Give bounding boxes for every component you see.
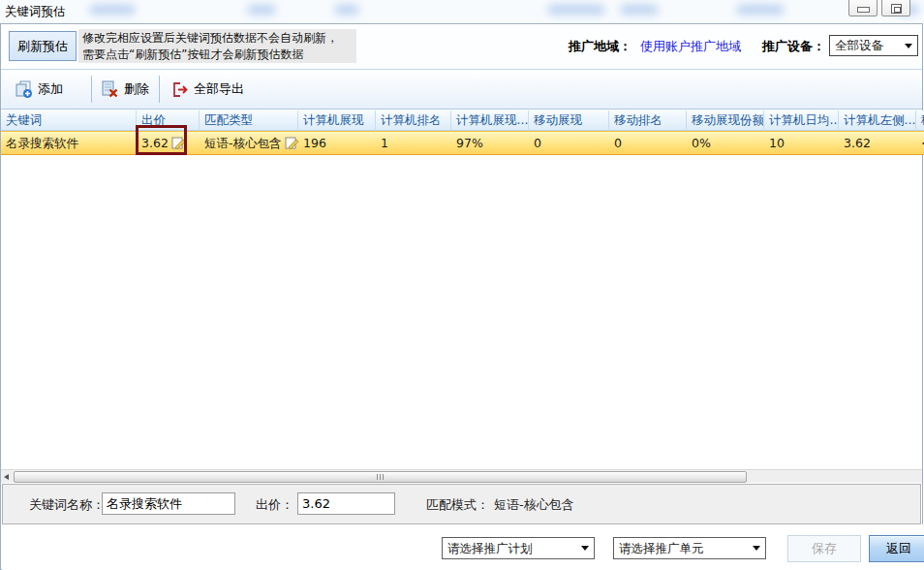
device-label: 推广设备： (762, 38, 825, 55)
cell-pc-share: 97% (451, 132, 529, 154)
cell-mobile-share: 0% (687, 132, 764, 154)
column-header-pc-daily[interactable]: 计算机日均... (764, 111, 839, 131)
table-empty-area (1, 155, 922, 469)
device-dropdown-value: 全部设备 (835, 38, 883, 52)
column-header-match-type[interactable]: 匹配类型 (200, 111, 298, 131)
table-row[interactable]: 名录搜索软件 3.62 短语-核心包含 196 1 97% 0 0 0% (1, 131, 924, 155)
column-header-partial[interactable]: 移 (916, 111, 924, 131)
table-header: 关键词 出价 匹配类型 计算机展现 计算机排名 计算机展现... 移动展现 移动… (1, 111, 924, 131)
minimize-icon (857, 7, 870, 13)
export-icon (171, 81, 189, 98)
grid-toolbar: 添加 删除 全部导出 (1, 69, 922, 110)
match-mode-label: 匹配模式： (426, 496, 489, 514)
delete-button-label: 删除 (124, 80, 149, 98)
scrollbar-thumb[interactable] (14, 471, 747, 483)
edit-match-type-icon[interactable] (285, 137, 298, 150)
keyword-estimate-dialog: 关键词预估 刷新预估 修改完相应设置后关键词预估数据不会自动刷新， 需要点击“刷… (0, 0, 924, 570)
horizontal-scrollbar[interactable] (1, 469, 922, 483)
keyword-name-input[interactable] (102, 492, 235, 515)
region-label: 推广地域： (569, 38, 631, 55)
bid-input[interactable] (297, 492, 395, 515)
background-artifact (334, 4, 359, 16)
column-header-pc-left[interactable]: 计算机左侧... (839, 111, 916, 131)
footer-bar: 请选择推广计划 请选择推广单元 保存 返回 (2, 524, 923, 570)
minimize-button[interactable] (848, 0, 878, 16)
match-mode-link[interactable]: 短语-核心包含 (494, 496, 574, 514)
refresh-section: 刷新预估 修改完相应设置后关键词预估数据不会自动刷新， 需要点击“刷新预估”按钮… (1, 24, 922, 69)
chevron-down-icon (753, 546, 760, 551)
cell-keyword: 名录搜索软件 (1, 132, 137, 154)
unit-select-dropdown[interactable]: 请选择推广单元 (613, 537, 766, 559)
cell-pc-rank: 1 (376, 132, 451, 154)
title-bar: 关键词预估 (0, 0, 924, 23)
add-button-label: 添加 (38, 80, 63, 98)
column-header-pc-rank[interactable]: 计算机排名 (376, 111, 451, 131)
chevron-down-icon (905, 44, 912, 48)
keyword-name-label: 关键词名称： (29, 496, 105, 514)
refresh-estimate-button[interactable]: 刷新预估 (9, 31, 77, 61)
cell-partial: < (916, 132, 924, 154)
background-artifact (620, 4, 659, 16)
cell-pc-daily: 10 (764, 132, 839, 154)
delete-icon (101, 80, 119, 98)
refresh-note-line1: 修改完相应设置后关键词预估数据不会自动刷新， (82, 30, 353, 47)
background-artifact (736, 4, 785, 16)
export-all-button[interactable]: 全部导出 (166, 77, 250, 102)
background-artifact (89, 4, 136, 16)
export-all-button-label: 全部导出 (194, 80, 244, 98)
edit-form: 关键词名称： 出价： 匹配模式： 短语-核心包含 (2, 484, 921, 524)
plan-select-value: 请选择推广计划 (447, 541, 533, 555)
delete-button[interactable]: 删除 (95, 77, 155, 102)
cell-bid: 3.62 (137, 132, 200, 154)
background-artifact (547, 4, 605, 16)
region-link[interactable]: 使用账户推广地域 (640, 38, 741, 55)
scroll-left-arrow[interactable] (1, 470, 13, 484)
scrollbar-grip-icon (377, 474, 385, 480)
restore-button[interactable] (881, 0, 910, 16)
cell-match-type: 短语-核心包含 (200, 132, 298, 154)
page-title: 关键词预估 (5, 4, 66, 20)
back-button[interactable]: 返回 (869, 535, 924, 562)
column-header-mobile-rank[interactable]: 移动排名 (609, 111, 687, 131)
refresh-note-line2: 需要点击“刷新预估”按钮才会刷新预估数据 (82, 47, 353, 63)
add-icon (15, 80, 33, 98)
toolbar-divider (159, 76, 160, 103)
add-button[interactable]: 添加 (9, 77, 69, 102)
restore-icon (891, 4, 902, 14)
cell-mobile-rank: 0 (609, 132, 687, 154)
chevron-down-icon (581, 546, 589, 551)
column-header-keyword[interactable]: 关键词 (1, 111, 137, 131)
toolbar-divider (91, 76, 92, 103)
cell-pc-left: 3.62 (839, 132, 916, 154)
device-dropdown[interactable]: 全部设备 (829, 35, 918, 56)
unit-select-value: 请选择推广单元 (619, 541, 704, 555)
cell-mobile-impressions: 0 (529, 132, 609, 154)
column-header-pc-impressions[interactable]: 计算机展现 (298, 111, 376, 131)
column-header-mobile-share[interactable]: 移动展现份额 (687, 111, 764, 131)
column-header-pc-share[interactable]: 计算机展现... (451, 111, 529, 131)
bid-label: 出价： (256, 496, 293, 514)
save-button[interactable]: 保存 (787, 535, 861, 562)
column-header-mobile-impressions[interactable]: 移动展现 (529, 111, 609, 131)
cell-pc-impressions: 196 (298, 132, 376, 154)
background-artifact (247, 4, 276, 16)
refresh-note: 修改完相应设置后关键词预估数据不会自动刷新， 需要点击“刷新预估”按钮才会刷新预… (78, 29, 356, 63)
main-panel: 刷新预估 修改完相应设置后关键词预估数据不会自动刷新， 需要点击“刷新预估”按钮… (0, 23, 923, 570)
column-header-bid[interactable]: 出价 (137, 111, 200, 131)
plan-select-dropdown[interactable]: 请选择推广计划 (442, 537, 595, 559)
edit-bid-icon[interactable] (171, 137, 186, 150)
